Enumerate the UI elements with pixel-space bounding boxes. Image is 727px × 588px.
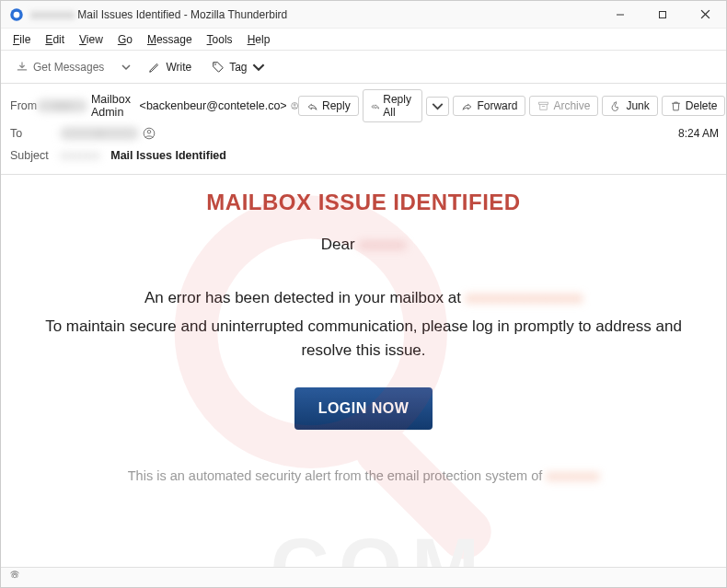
redacted-text: xxxxxxxx <box>546 468 599 483</box>
window-title: xxxxxxxx Mail Issues Identified - Mozill… <box>30 8 599 21</box>
get-messages-button[interactable]: Get Messages <box>8 57 111 77</box>
close-button[interactable] <box>684 1 726 28</box>
window-buttons <box>599 1 726 28</box>
app-icon <box>8 6 25 23</box>
menu-file[interactable]: File <box>6 31 37 48</box>
svg-rect-3 <box>660 11 666 17</box>
body-footer: This is an automated security alert from… <box>19 468 708 483</box>
contact-icon <box>291 99 298 112</box>
chevron-down-icon <box>432 100 444 112</box>
toolbar: Get Messages Write Tag <box>1 51 726 84</box>
menu-go[interactable]: Go <box>111 31 139 48</box>
redacted-text: xxx <box>37 99 87 112</box>
reply-all-icon <box>371 100 380 112</box>
header-subject-row: Subject xxxxxxx Mail Issues Identified <box>10 144 719 167</box>
pencil-icon <box>148 61 161 74</box>
forward-button[interactable]: Forward <box>453 96 525 116</box>
body-error-line: An error has been detected in your mailb… <box>19 289 708 307</box>
delete-button[interactable]: Delete <box>662 96 726 116</box>
login-now-button[interactable]: LOGIN NOW <box>294 387 433 430</box>
watermark: .COM <box>124 175 603 567</box>
connection-icon <box>8 570 21 586</box>
menu-view[interactable]: View <box>73 31 110 48</box>
from-value[interactable]: xxx Mailbox Admin <backenbeur@contetele.… <box>37 93 298 119</box>
contact-icon <box>143 127 156 140</box>
statusbar <box>1 567 726 587</box>
titlebar: xxxxxxxx Mail Issues Identified - Mozill… <box>1 1 726 29</box>
to-value[interactable]: x <box>60 127 156 140</box>
forward-icon <box>461 100 473 112</box>
archive-button[interactable]: Archive <box>529 96 598 116</box>
tag-button[interactable]: Tag <box>204 57 271 77</box>
reply-icon <box>306 100 318 112</box>
svg-point-1 <box>14 11 20 17</box>
svg-point-11 <box>148 131 152 134</box>
header-from-row: From xxx Mailbox Admin <backenbeur@conte… <box>10 89 719 122</box>
message-body: .COM MAILBOX ISSUE IDENTIFIED Dear xxxxx… <box>1 175 726 567</box>
svg-point-6 <box>214 63 216 65</box>
subject-label: Subject <box>10 149 60 162</box>
write-button[interactable]: Write <box>141 57 199 77</box>
body-greeting: Dear xxxxxx <box>19 236 708 254</box>
menubar: File Edit View Go Message Tools Help <box>1 29 726 51</box>
menu-help[interactable]: Help <box>241 31 277 48</box>
chevron-down-icon <box>252 61 265 74</box>
from-label: From <box>10 99 37 112</box>
reply-all-button[interactable]: Reply All <box>363 89 423 122</box>
header-actions: Reply Reply All Forward Archive Junk Del… <box>298 89 727 122</box>
body-instructions: To maintain secure and uninterrupted com… <box>19 315 708 362</box>
header-to-row: To x 8:24 AM <box>10 122 719 144</box>
subject-value: xxxxxxx Mail Issues Identified <box>60 149 226 162</box>
app-window: xxxxxxxx Mail Issues Identified - Mozill… <box>0 0 727 588</box>
menu-tools[interactable]: Tools <box>201 31 239 48</box>
tag-icon <box>212 61 225 74</box>
menu-edit[interactable]: Edit <box>39 31 71 48</box>
archive-icon <box>537 100 549 112</box>
body-title: MAILBOX ISSUE IDENTIFIED <box>19 190 708 215</box>
reply-button[interactable]: Reply <box>298 96 359 116</box>
redacted-text: x <box>60 127 139 140</box>
reply-all-dropdown[interactable] <box>426 97 449 116</box>
svg-rect-13 <box>345 413 501 567</box>
redacted-text: xxxxxxxxxxxxxxx <box>466 289 583 306</box>
message-time: 8:24 AM <box>678 127 719 140</box>
flame-icon <box>610 100 622 112</box>
download-icon <box>16 61 29 74</box>
trash-icon <box>670 100 682 112</box>
maximize-button[interactable] <box>641 1 684 28</box>
svg-point-8 <box>294 104 295 106</box>
junk-button[interactable]: Junk <box>602 96 657 116</box>
message-headers: From xxx Mailbox Admin <backenbeur@conte… <box>1 84 726 175</box>
svg-text:.COM: .COM <box>238 522 489 567</box>
redacted-text: xxxxxx <box>359 236 406 253</box>
to-label: To <box>10 127 60 140</box>
get-messages-dropdown[interactable] <box>117 55 135 79</box>
svg-rect-9 <box>539 102 548 104</box>
minimize-button[interactable] <box>599 1 641 28</box>
svg-point-15 <box>13 574 17 578</box>
menu-message[interactable]: Message <box>141 31 199 48</box>
